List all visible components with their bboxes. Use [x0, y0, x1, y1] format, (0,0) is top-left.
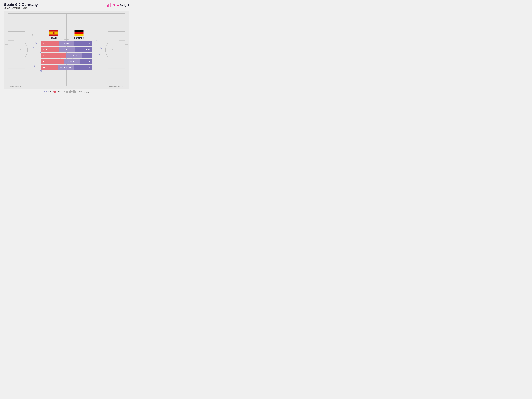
xg-scale — [63, 90, 76, 94]
stat-row-3: 4 ON TARGET 2 — [41, 59, 92, 64]
germany-shot-2 — [100, 47, 102, 49]
match-subtitle: UEFA Euro 2024 | 05 July 2024 — [4, 7, 38, 9]
legend-shot-item: Shot — [44, 91, 51, 93]
legend-goal-icon — [53, 91, 56, 93]
low-xg-label: Low xG — [78, 90, 83, 92]
stat-label-4: POSSESSION — [57, 65, 74, 70]
spain-name: SPAIN — [51, 37, 57, 39]
spain-flag — [49, 30, 58, 36]
xg-dot-4 — [69, 90, 72, 93]
svg-rect-3 — [110, 3, 111, 7]
stat-label-3: ON TARGET — [64, 59, 80, 64]
svg-rect-22 — [75, 32, 83, 34]
spain-shot-6 — [34, 65, 36, 67]
legend: Shot Goal Low xG High xG — [4, 90, 129, 94]
stat-label-1: xG — [59, 47, 75, 52]
svg-rect-9 — [8, 41, 14, 59]
spain-shot-8 — [32, 34, 33, 36]
page: Spain 0-0 Germany UEFA Euro 2024 | 05 Ju… — [0, 0, 133, 100]
svg-rect-13 — [119, 41, 125, 59]
svg-rect-23 — [75, 34, 83, 36]
logo: Opta Analyst — [107, 3, 129, 7]
logo-text: Opta Analyst — [113, 4, 129, 7]
opta-logo-icon — [107, 3, 112, 7]
svg-rect-21 — [75, 30, 83, 32]
football-pitch: SPAIN SHOTS GERMANY SHOTS SPAIN — [4, 11, 129, 89]
xg-dot-5 — [72, 90, 76, 94]
stat-label-0: GOALS — [58, 41, 75, 46]
legend-shot-icon — [44, 91, 47, 93]
stat-row-0: 0 GOALS 0 — [41, 41, 92, 46]
spain-team-info: SPAIN — [49, 30, 58, 39]
svg-rect-2 — [108, 4, 109, 7]
svg-point-15 — [112, 50, 113, 50]
svg-rect-19 — [53, 32, 54, 34]
stat-germany-value-1: 0.27 — [75, 47, 92, 52]
stat-row-4: 47% POSSESSION 53% — [41, 65, 92, 70]
svg-rect-1 — [107, 5, 108, 7]
stat-germany-value-0: 0 — [75, 41, 92, 46]
stat-label-2: SHOTS — [66, 53, 82, 58]
stat-spain-value-1: 0.29 — [41, 47, 59, 52]
stat-germany-value-3: 2 — [80, 59, 92, 64]
spain-shots-label: SPAIN SHOTS — [10, 86, 21, 87]
legend-goal-item: Goal — [53, 91, 60, 93]
xg-dot-1 — [63, 91, 63, 92]
stat-germany-value-4: 53% — [74, 65, 92, 70]
header-left: Spain 0-0 Germany UEFA Euro 2024 | 05 Ju… — [4, 3, 38, 9]
svg-rect-10 — [5, 44, 8, 55]
xg-dot-2 — [64, 91, 65, 92]
header: Spain 0-0 Germany UEFA Euro 2024 | 05 Ju… — [4, 3, 129, 9]
svg-rect-14 — [125, 44, 128, 55]
xg-labels: Low xG High xG — [78, 90, 89, 93]
svg-rect-20 — [54, 32, 55, 34]
stat-row-1: 0.29 xG 0.27 — [41, 47, 92, 52]
high-xg-label: High xG — [84, 92, 89, 93]
stat-row-2: 8 SHOTS 3 — [41, 53, 92, 58]
legend-goal-label: Goal — [57, 91, 60, 93]
germany-shots-label: GERMANY SHOTS — [109, 86, 123, 87]
center-stats: SPAIN GERMANY 0 GOALS — [41, 30, 92, 70]
stat-spain-value-4: 47% — [41, 65, 57, 70]
legend-xg-item — [63, 90, 76, 94]
germany-team-info: GERMANY — [74, 30, 84, 39]
svg-rect-12 — [108, 32, 125, 68]
svg-rect-8 — [8, 32, 25, 68]
stat-germany-value-2: 3 — [82, 53, 92, 58]
teams-header: SPAIN GERMANY — [41, 30, 92, 39]
stat-rows: 0 GOALS 0 0.29 xG 0.27 8 SHOTS — [41, 41, 92, 70]
germany-shot-1 — [95, 40, 97, 42]
match-title: Spain 0-0 Germany — [4, 3, 38, 7]
germany-name: GERMANY — [74, 37, 84, 39]
xg-dot-3 — [66, 91, 68, 93]
svg-point-11 — [20, 50, 21, 50]
stat-spain-value-2: 8 — [41, 53, 66, 58]
stat-spain-value-0: 0 — [41, 41, 58, 46]
legend-shot-label: Shot — [47, 91, 51, 93]
stat-spain-value-3: 4 — [41, 59, 64, 64]
germany-flag — [74, 30, 84, 36]
